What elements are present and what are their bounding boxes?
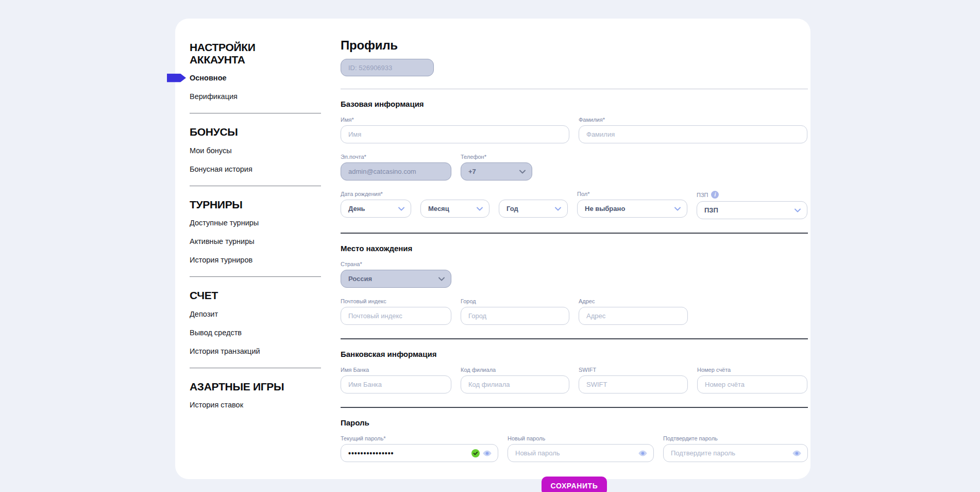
sidebar-divider [190, 276, 321, 277]
current-password-field: Текущий пароль* [341, 435, 498, 462]
country-label: Страна* [341, 261, 451, 267]
country-row: Страна* Россия [341, 261, 808, 288]
confirm-password-field: Подтвердите пароль [663, 435, 808, 462]
account-number-field: Номер счёта [697, 367, 807, 393]
chevron-down-icon [398, 207, 404, 211]
email-field: Эл.почта* [341, 154, 451, 181]
birth-day-value: День [348, 205, 365, 212]
page-title: Профиль [341, 38, 808, 53]
location-heading: Место нахождения [341, 244, 808, 253]
sidebar-heading-tournaments: ТУРНИРЫ [190, 199, 321, 211]
pep-select[interactable]: ПЗП [697, 201, 807, 219]
sidebar-item-my-bonuses[interactable]: Мои бонусы [190, 146, 321, 155]
email-input [341, 162, 451, 181]
city-input[interactable] [461, 307, 569, 325]
save-button[interactable]: СОХРАНИТЬ [542, 477, 607, 492]
sidebar-item-label: Активные турниры [190, 237, 255, 245]
branch-code-input[interactable] [461, 375, 569, 393]
sidebar-item-label: Бонусная история [190, 165, 252, 173]
last-name-field: Фамилия* [579, 117, 807, 143]
sidebar-item-label: Основное [190, 74, 227, 82]
country-value: Россия [348, 275, 372, 283]
bank-name-input[interactable] [341, 375, 451, 393]
birth-year-label [499, 191, 568, 197]
new-password-wrap [508, 444, 654, 462]
pep-field: ПЗП i ПЗП [697, 191, 807, 219]
sidebar-item-withdrawal[interactable]: Вывод средств [190, 329, 321, 337]
first-name-input[interactable] [341, 125, 569, 143]
birth-gender-pep-row: Дата рождения* День Месяц [341, 191, 808, 219]
new-password-input[interactable] [508, 444, 654, 462]
sidebar-item-label: История транзакций [190, 347, 260, 355]
birth-date-label: Дата рождения* [341, 191, 411, 197]
actions-row: СОХРАНИТЬ [341, 477, 808, 492]
first-name-label: Имя* [341, 117, 569, 123]
phone-code-value: +7 [468, 168, 476, 175]
chevron-down-icon [795, 208, 801, 212]
sidebar-item-available-tournaments[interactable]: Доступные турниры [190, 219, 321, 227]
email-phone-row: Эл.почта* Телефон* +7 [341, 154, 808, 181]
sidebar-item-transaction-history[interactable]: История транзакций [190, 347, 321, 355]
profile-content: Профиль Базовая информация Имя* Фамилия*… [341, 34, 808, 464]
sidebar-heading-account: СЧЕТ [190, 289, 321, 302]
current-password-label: Текущий пароль* [341, 435, 498, 441]
country-select: Россия [341, 270, 451, 288]
last-name-input[interactable] [579, 125, 807, 143]
new-password-field: Новый пароль [508, 435, 654, 462]
sidebar-item-bet-history[interactable]: История ставок [190, 401, 321, 409]
basic-info-heading: Базовая информация [341, 100, 808, 108]
sidebar-divider [190, 186, 321, 186]
name-row: Имя* Фамилия* [341, 117, 808, 143]
postal-code-input[interactable] [341, 307, 451, 325]
account-settings-card: НАСТРОЙКИ АККАУНТА Основное Верификация … [175, 19, 810, 479]
birth-year-select[interactable]: Год [499, 200, 568, 218]
phone-label: Телефон* [461, 154, 532, 160]
sidebar-item-deposit[interactable]: Депозит [190, 310, 321, 318]
pep-label: ПЗП i [697, 191, 807, 199]
birth-day-field: Дата рождения* День [341, 191, 411, 219]
postal-code-field: Почтовый индекс [341, 298, 451, 325]
eye-icon[interactable] [482, 450, 492, 456]
birth-day-select[interactable]: День [341, 200, 411, 218]
sidebar-divider [190, 113, 321, 113]
eye-icon[interactable] [792, 450, 802, 456]
sidebar-item-label: Верификация [190, 92, 238, 101]
phone-field: Телефон* +7 [461, 154, 532, 181]
sidebar-heading-account-settings: НАСТРОЙКИ АККАУНТА [190, 41, 321, 65]
sidebar-heading-bonuses: БОНУСЫ [190, 126, 321, 138]
sidebar-item-verification[interactable]: Верификация [190, 92, 321, 101]
postal-code-label: Почтовый индекс [341, 298, 451, 304]
pep-label-text: ПЗП [697, 192, 708, 198]
sidebar-item-bonus-history[interactable]: Бонусная история [190, 165, 321, 173]
country-field: Страна* Россия [341, 261, 451, 288]
bank-name-field: Имя Банка [341, 367, 451, 393]
account-number-label: Номер счёта [697, 367, 807, 373]
swift-input[interactable] [579, 375, 688, 393]
birth-year-value: Год [506, 205, 518, 212]
account-number-input[interactable] [697, 375, 807, 393]
bank-info-heading: Банковская информация [341, 350, 808, 358]
eye-icon[interactable] [638, 450, 648, 456]
first-name-field: Имя* [341, 117, 569, 143]
gender-select[interactable]: Не выбрано [577, 200, 687, 218]
confirm-password-wrap [663, 444, 808, 462]
gender-label: Пол* [577, 191, 687, 197]
confirm-password-label: Подтвердите пароль [663, 435, 808, 441]
address-input[interactable] [579, 307, 688, 325]
sidebar-item-tournament-history[interactable]: История турниров [190, 256, 321, 264]
section-divider [341, 338, 808, 339]
birth-month-label [420, 191, 489, 197]
sidebar-item-active-tournaments[interactable]: Активные турниры [190, 237, 321, 245]
sidebar-item-label: История ставок [190, 401, 243, 409]
branch-code-field: Код филиала [461, 367, 569, 393]
confirm-password-input[interactable] [663, 444, 808, 462]
gender-field: Пол* Не выбрано [577, 191, 687, 219]
email-label: Эл.почта* [341, 154, 451, 160]
sidebar-item-main[interactable]: Основное [190, 74, 321, 82]
address-label: Адрес [579, 298, 688, 304]
phone-code-select: +7 [461, 162, 532, 181]
info-icon[interactable]: i [711, 191, 719, 199]
profile-id-field [341, 59, 434, 76]
swift-field: SWIFT [579, 367, 688, 393]
birth-month-select[interactable]: Месяц [420, 200, 489, 218]
